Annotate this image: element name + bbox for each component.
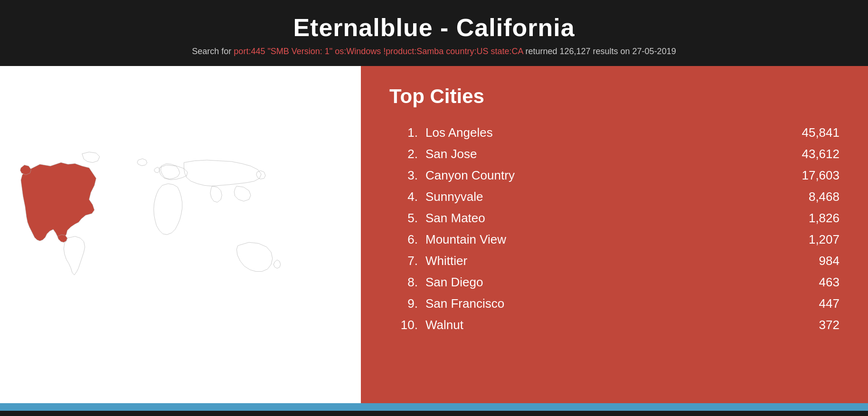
city-name: San Jose [425,147,792,161]
list-item: 2. San Jose 43,612 [389,143,840,165]
city-count: 1,207 [792,232,840,247]
list-item: 3. Canyon Country 17,603 [389,165,840,186]
list-item: 6. Mountain View 1,207 [389,229,840,250]
city-count: 463 [792,275,840,290]
search-query: port:445 "SMB Version: 1" os:Windows !pr… [234,47,523,56]
city-rank: 8. [389,275,418,290]
city-rank: 5. [389,211,418,226]
city-count: 17,603 [792,168,840,183]
city-rank: 6. [389,232,418,247]
list-item: 10. Walnut 372 [389,314,840,336]
city-name: Los Angeles [425,125,792,140]
city-name: San Mateo [425,211,792,226]
city-rank: 9. [389,296,418,311]
cities-panel: Top Cities 1. Los Angeles 45,841 2. San … [361,66,868,403]
world-map-section: .land { fill: none; stroke: #aaa; stroke… [0,66,361,403]
list-item: 8. San Diego 463 [389,272,840,293]
city-count: 8,468 [792,189,840,204]
city-rank: 10. [389,318,418,332]
page-title: Eternalblue - California [9,13,859,42]
city-name: Canyon Country [425,168,792,183]
city-rank: 4. [389,189,418,204]
city-rank: 7. [389,254,418,268]
city-rank: 3. [389,168,418,183]
list-item: 5. San Mateo 1,826 [389,208,840,229]
city-name: Whittier [425,254,792,268]
city-count: 1,826 [792,211,840,226]
city-count: 372 [792,318,840,332]
world-map: .land { fill: none; stroke: #aaa; stroke… [5,73,356,396]
page-header: Eternalblue - California Search for port… [0,0,868,66]
city-name: Walnut [425,318,792,332]
search-description: Search for port:445 "SMB Version: 1" os:… [9,47,859,57]
city-rank: 2. [389,147,418,161]
city-rank: 1. [389,125,418,140]
city-name: Mountain View [425,232,792,247]
cities-list: 1. Los Angeles 45,841 2. San Jose 43,612… [389,122,840,336]
city-count: 984 [792,254,840,268]
city-count: 43,612 [792,147,840,161]
list-item: 7. Whittier 984 [389,250,840,272]
search-suffix: returned 126,127 results on 27-05-2019 [523,47,676,56]
city-name: San Francisco [425,296,792,311]
bottom-bar [0,403,868,411]
city-count: 45,841 [792,125,840,140]
list-item: 9. San Francisco 447 [389,293,840,314]
main-content: .land { fill: none; stroke: #aaa; stroke… [0,66,868,403]
city-count: 447 [792,296,840,311]
city-name: San Diego [425,275,792,290]
city-name: Sunnyvale [425,189,792,204]
search-prefix: Search for [192,47,234,56]
list-item: 1. Los Angeles 45,841 [389,122,840,143]
list-item: 4. Sunnyvale 8,468 [389,186,840,208]
cities-title: Top Cities [389,85,840,108]
